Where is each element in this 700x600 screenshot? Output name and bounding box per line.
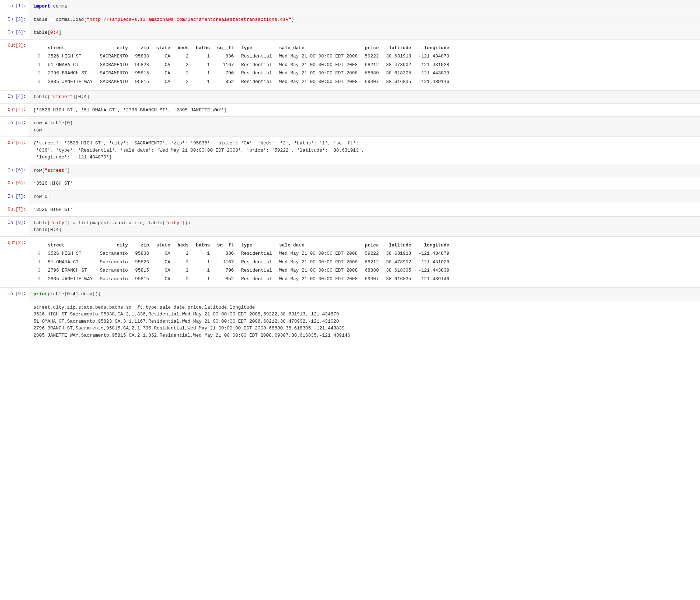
- table-header: type: [238, 44, 276, 52]
- table-cell: Wed May 21 00:00:00 EDT 2008: [276, 266, 361, 275]
- table-cell: 69307: [361, 78, 382, 86]
- table-row: 03526 HIGH STSacramento95838CA21836Resid…: [33, 249, 453, 258]
- table-cell: 95838: [132, 52, 153, 61]
- table-cell: 0: [33, 52, 44, 61]
- cell-label: In [5]:: [0, 117, 29, 137]
- table-cell: 38.618305: [382, 69, 415, 78]
- table-header: [33, 44, 44, 52]
- cell-in1: In [1]:import comma: [0, 0, 700, 13]
- table-cell: 0: [33, 249, 44, 258]
- cell-content: '3526 HIGH ST': [29, 203, 700, 216]
- table-header: city: [96, 241, 132, 250]
- cell-in4: In [4]:table["street"][0:4]: [0, 91, 700, 104]
- table-header: baths: [192, 44, 213, 52]
- output-text: {'street': '3526 HIGH ST', 'city': 'SACR…: [33, 140, 696, 161]
- table-cell: 3: [174, 61, 192, 69]
- table-cell: 2: [174, 78, 192, 86]
- cell-content: row[0]: [29, 190, 700, 203]
- table-cell: 852: [213, 78, 238, 86]
- table-cell: CA: [153, 69, 174, 78]
- cell-content: row = table[0] row: [29, 117, 700, 137]
- table-header: price: [361, 241, 382, 250]
- table-cell: 95815: [132, 69, 153, 78]
- table-cell: 51 OMAHA CT: [44, 61, 96, 69]
- cell-content: ['3526 HIGH ST', '51 OMAHA CT', '2796 BR…: [29, 104, 700, 117]
- table-cell: 68212: [361, 61, 382, 69]
- table-cell: 1: [192, 52, 213, 61]
- table-header: sale_date: [276, 44, 361, 52]
- cell-content: street,city,zip,state,beds,baths,sq__ft,…: [29, 301, 700, 342]
- cell-in2: In [2]:table = comma.load("http://sample…: [0, 13, 700, 27]
- table-cell: CA: [153, 275, 174, 283]
- table-cell: 38.631913: [382, 249, 415, 258]
- table-cell: -121.431028: [415, 61, 453, 69]
- cell-label: In [7]:: [0, 190, 29, 203]
- table-cell: 2805 JANETTE WAY: [44, 275, 96, 283]
- table-cell: 2: [174, 249, 192, 258]
- table-cell: 95815: [132, 266, 153, 275]
- table-header: sq__ft: [213, 44, 238, 52]
- table-row: 22796 BRANCH STSacramento95815CA21796Res…: [33, 266, 453, 275]
- cell-in8: In [8]:table["city"] = list(map(str.capi…: [0, 217, 700, 237]
- cell-label: In [9]:: [0, 288, 29, 301]
- table-cell: CA: [153, 78, 174, 86]
- table-cell: -121.434879: [415, 52, 453, 61]
- table-cell: 38.478902: [382, 258, 415, 267]
- table-cell: 1: [192, 69, 213, 78]
- output-text: ['3526 HIGH ST', '51 OMAHA CT', '2796 BR…: [33, 107, 696, 114]
- output-text: street,city,zip,state,beds,baths,sq__ft,…: [33, 304, 696, 339]
- table-cell: 2: [33, 69, 44, 78]
- table-cell: 2: [174, 266, 192, 275]
- table-header: street: [44, 44, 96, 52]
- table-cell: 38.616835: [382, 275, 415, 283]
- cell-label: Out[5]:: [0, 137, 29, 164]
- cell-content: import comma: [29, 0, 700, 13]
- table-cell: 1: [33, 258, 44, 267]
- table-cell: -121.439146: [415, 275, 453, 283]
- table-cell: Sacramento: [96, 275, 132, 283]
- table-cell: 1: [192, 275, 213, 283]
- cell-label: In [1]:: [0, 0, 29, 13]
- table-cell: 2: [174, 69, 192, 78]
- cell-content: streetcityzipstatebedsbathssq__fttypesal…: [29, 40, 700, 91]
- table-header: latitude: [382, 241, 415, 250]
- table-cell: 836: [213, 249, 238, 258]
- table-header: type: [238, 241, 276, 250]
- table-row: 03526 HIGH STSACRAMENTO95838CA21836Resid…: [33, 52, 453, 61]
- table-header: state: [153, 44, 174, 52]
- table-cell: 1: [192, 266, 213, 275]
- table-cell: 59222: [361, 249, 382, 258]
- table-cell: 836: [213, 52, 238, 61]
- cell-label: In [2]:: [0, 13, 29, 26]
- table-cell: Wed May 21 00:00:00 EDT 2008: [276, 52, 361, 61]
- cell-in3: In [3]:table[0:4]: [0, 26, 700, 40]
- table-cell: Residential: [238, 266, 276, 275]
- cell-out6: Out[6]:'3526 HIGH ST': [0, 177, 700, 190]
- cell-label: Out[3]:: [0, 40, 29, 91]
- table-cell: Wed May 21 00:00:00 EDT 2008: [276, 61, 361, 69]
- cell-out3: Out[3]:streetcityzipstatebedsbathssq__ft…: [0, 40, 700, 91]
- table-cell: 1: [192, 258, 213, 267]
- table-header: city: [96, 44, 132, 52]
- table-cell: 796: [213, 69, 238, 78]
- table-cell: 1167: [213, 258, 238, 267]
- cell-out7: Out[7]:'3526 HIGH ST': [0, 203, 700, 217]
- table-cell: 69307: [361, 275, 382, 283]
- table-cell: Residential: [238, 275, 276, 283]
- output-text: '3526 HIGH ST': [33, 206, 696, 213]
- cell-label: [0, 301, 29, 342]
- cell-out4: Out[4]:['3526 HIGH ST', '51 OMAHA CT', '…: [0, 104, 700, 117]
- cell-label: In [8]:: [0, 217, 29, 236]
- table-row: 151 OMAHA CTSacramento95823CA311167Resid…: [33, 258, 453, 267]
- cell-label: In [4]:: [0, 91, 29, 103]
- table-cell: 1167: [213, 61, 238, 69]
- table-row: 22796 BRANCH STSACRAMENTO95815CA21796Res…: [33, 69, 453, 78]
- table-cell: 95838: [132, 249, 153, 258]
- table-cell: 1: [192, 78, 213, 86]
- table-cell: -121.434879: [415, 249, 453, 258]
- cell-in6: In [6]:row["street"]: [0, 164, 700, 177]
- cell-content: '3526 HIGH ST': [29, 177, 700, 190]
- cell-in9: In [9]:print(table[0:4].dump()): [0, 288, 700, 301]
- table-header: state: [153, 241, 174, 250]
- table-cell: -121.443839: [415, 266, 453, 275]
